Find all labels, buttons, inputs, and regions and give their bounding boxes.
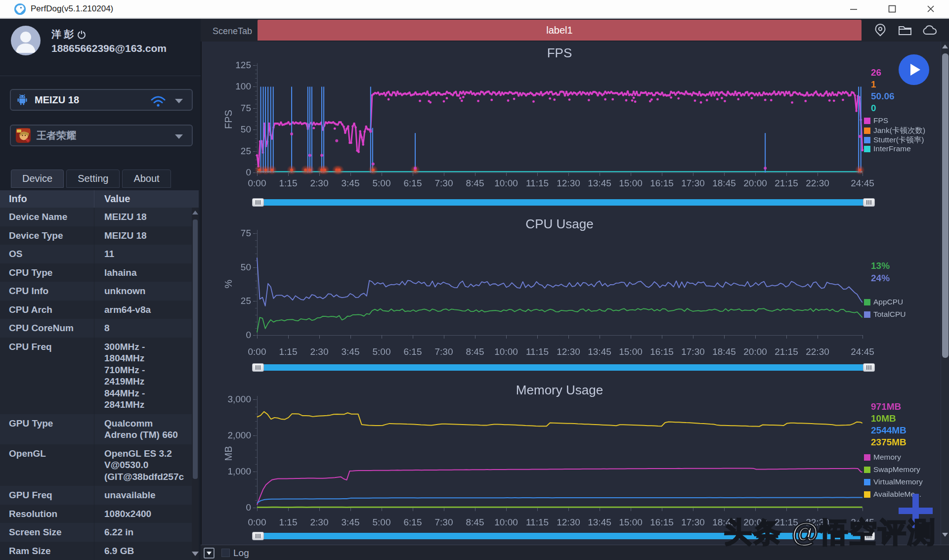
x-axis-label: 15:00 (619, 346, 643, 357)
scroll-up-icon[interactable] (192, 211, 198, 215)
y-axis-tick: 0 (219, 330, 251, 341)
x-axis-label: 24:45 (851, 346, 874, 357)
titlebar: PerfDog(v5.1.210204) (0, 0, 949, 19)
legend-item[interactable]: Stutter(卡顿率) (864, 135, 924, 145)
y-axis-tick: 100 (219, 81, 251, 92)
legend-swatch (864, 467, 870, 473)
x-axis-label: 15:00 (619, 517, 643, 528)
main-panel: SceneTab label1 FPS CPU Usage Memory Usa… (201, 19, 949, 560)
chart-h-scrollbar[interactable] (202, 363, 894, 372)
scroll-down-icon[interactable] (942, 533, 948, 537)
legend-item[interactable]: Jank(卡顿次数) (864, 126, 925, 136)
close-button[interactable] (919, 0, 942, 18)
y-axis-tick: 75 (219, 228, 251, 239)
x-axis-label: 6:15 (404, 178, 422, 189)
log-checkbox[interactable] (221, 549, 230, 557)
current-value: 13% (871, 260, 890, 271)
x-axis-label: 1:15 (279, 517, 298, 528)
table-row: CPU Freq300MHz - 1804MHz 710MHz - 2419MH… (0, 338, 192, 414)
legend-item[interactable]: InterFrame (864, 144, 911, 153)
power-icon[interactable] (77, 30, 86, 39)
scrollbar-grip-left[interactable] (252, 363, 264, 372)
legend-label: InterFrame (873, 144, 911, 153)
current-value: 2544MB (871, 425, 906, 436)
minimize-button[interactable] (842, 0, 865, 18)
scrollbar-grip-left[interactable] (252, 532, 264, 540)
x-axis-label: 8:45 (466, 346, 484, 357)
android-icon (16, 93, 29, 106)
maximize-button[interactable] (881, 0, 904, 18)
x-axis-label: 15:00 (619, 178, 643, 189)
legend-label: Jank(卡顿次数) (873, 126, 925, 136)
tab-device[interactable]: Device (11, 170, 64, 188)
x-axis-label: 13:45 (588, 178, 611, 189)
y-axis-tick: 25 (219, 296, 251, 306)
table-row: Device NameMEIZU 18 (0, 208, 192, 226)
legend-label: Memory (873, 453, 901, 462)
x-axis-label: 13:45 (588, 517, 611, 528)
legend-swatch (864, 479, 870, 485)
scrollbar-track[interactable] (264, 199, 863, 206)
sidebar: 洋 彭 18865662396@163.com MEIZU 18 (0, 19, 201, 560)
legend-item[interactable]: VirtualMemory (864, 477, 923, 486)
scrollbar-track[interactable] (264, 364, 863, 371)
legend-item[interactable]: Memory (864, 453, 901, 462)
x-axis-label: 0:00 (248, 346, 266, 357)
folder-icon[interactable] (898, 23, 912, 38)
table-row: Resolution1080x2400 (0, 505, 192, 523)
info-table-header: Info Value (0, 190, 199, 208)
device-select[interactable]: MEIZU 18 (10, 89, 193, 111)
chart-title-cpu: CPU Usage (525, 216, 593, 232)
chart-h-scrollbar[interactable] (202, 198, 894, 207)
scrollbar-grip-left[interactable] (252, 198, 264, 207)
charts-canvas (202, 42, 949, 545)
legend-label: VirtualMemory (873, 477, 923, 486)
legend-swatch (864, 137, 870, 143)
x-axis-label: 7:30 (435, 346, 453, 357)
scrollbar-grip-right[interactable] (863, 363, 875, 372)
current-value: 971MB (871, 401, 901, 412)
x-axis-label: 12:30 (557, 346, 580, 357)
scroll-down-icon[interactable] (192, 552, 199, 556)
y-axis-tick: 0 (219, 502, 251, 513)
scrollbar-thumb[interactable] (193, 219, 198, 479)
vertical-scrollbar[interactable] (941, 42, 949, 545)
x-axis-label: 20:00 (743, 178, 767, 189)
legend-item[interactable]: FPS (864, 116, 888, 125)
user-name: 洋 彭 (51, 28, 86, 41)
avatar[interactable] (11, 26, 41, 55)
tab-setting[interactable]: Setting (66, 170, 120, 188)
scroll-up-icon[interactable] (942, 44, 948, 48)
table-row: GPU TypeQualcomm Adreno (TM) 660 (0, 414, 192, 444)
scene-tab-label: SceneTab (213, 26, 252, 37)
legend-label: SwapMemory (873, 465, 920, 474)
collapse-dropdown[interactable] (204, 548, 215, 559)
x-axis-label: 21:15 (775, 346, 798, 357)
legend-item[interactable]: AppCPU (864, 298, 903, 306)
current-value: 26 (871, 67, 881, 78)
app-select[interactable]: 王者荣耀 (10, 125, 193, 146)
y-axis-tick: 0 (219, 167, 251, 178)
chevron-down-icon (175, 134, 183, 139)
legend-swatch (864, 118, 870, 124)
y-axis-tick: 50 (219, 262, 251, 273)
x-axis-label: 16:15 (650, 178, 674, 189)
x-axis-label: 7:30 (435, 517, 453, 528)
scene-tab-active[interactable]: label1 (258, 20, 862, 41)
legend-item[interactable]: TotalCPU (864, 310, 906, 319)
x-axis-label: 2:30 (310, 178, 329, 189)
scrollbar-thumb[interactable] (942, 53, 949, 358)
legend-item[interactable]: SwapMemory (864, 465, 920, 474)
app-select-label: 王者荣耀 (37, 129, 76, 142)
table-scrollbar[interactable] (192, 208, 199, 560)
table-row: Ram Size6.9 GB (0, 542, 192, 560)
tab-about[interactable]: About (122, 170, 171, 188)
x-axis-label: 10:00 (494, 517, 518, 528)
device-select-label: MEIZU 18 (35, 94, 79, 106)
scrollbar-grip-right[interactable] (863, 198, 875, 207)
cloud-icon[interactable] (922, 23, 937, 38)
location-icon[interactable] (873, 23, 888, 38)
user-email: 18865662396@163.com (51, 43, 167, 54)
play-button[interactable] (899, 54, 929, 85)
legend-label: FPS (873, 116, 888, 125)
